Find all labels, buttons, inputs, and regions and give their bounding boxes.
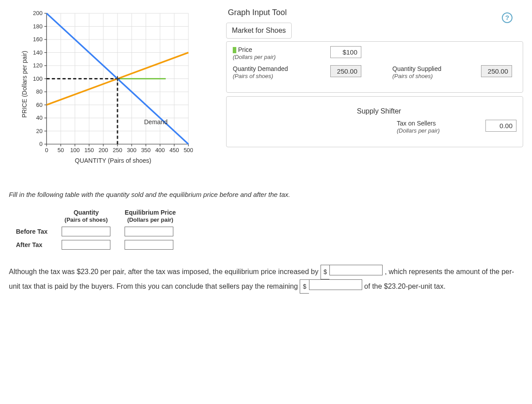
x-axis-label: QUANTITY (Pairs of shoes) [33, 157, 193, 164]
chart-svg[interactable]: 0501001502002503003504004505000204060801… [33, 9, 193, 155]
svg-text:400: 400 [155, 147, 165, 153]
row-after-label: After Tax [9, 238, 55, 251]
row-before-label: Before Tax [9, 225, 55, 238]
svg-text:200: 200 [33, 10, 43, 16]
col-quantity-head: Quantity(Pairs of shoes) [55, 207, 117, 225]
svg-text:180: 180 [33, 23, 43, 30]
help-icon[interactable]: ? [502, 12, 512, 23]
qd-value: 250.00 [330, 65, 361, 77]
svg-text:140: 140 [33, 49, 43, 56]
svg-text:50: 50 [58, 147, 64, 153]
svg-text:200: 200 [98, 147, 108, 153]
conclusion-paragraph: Although the tax was $23.20 per pair, af… [9, 265, 523, 294]
before-quantity-input[interactable] [62, 227, 110, 236]
table-row: After Tax [9, 238, 183, 251]
y-axis-label: PRICE (Dollars per pair) [21, 51, 28, 118]
svg-text:450: 450 [169, 147, 179, 153]
tool-subheader: Market for Shoes [226, 23, 292, 39]
price-input[interactable]: $100 [330, 46, 361, 58]
svg-text:500: 500 [184, 147, 193, 153]
tax-label: Tax on Sellers (Dollars per pair) [397, 120, 440, 134]
buyer-burden-input[interactable]: $ [321, 265, 383, 279]
svg-text:250: 250 [113, 147, 122, 153]
svg-text:0: 0 [45, 147, 48, 153]
tool-header: Graph Input Tool [226, 4, 523, 23]
tax-input[interactable]: 0.00 [485, 120, 516, 132]
col-price-head: Equilibrium Price(Dollars per pair) [117, 207, 183, 225]
svg-text:100: 100 [33, 75, 43, 82]
tool-body: Price (Dollars per pair) $100 Quantity D… [226, 41, 523, 93]
after-quantity-input[interactable] [62, 240, 110, 250]
table-row: Before Tax [9, 225, 183, 238]
plot-area[interactable]: 0501001502002503003504004505000204060801… [33, 9, 193, 155]
qs-value: 250.00 [481, 65, 512, 77]
svg-text:40: 40 [36, 114, 43, 121]
seller-burden-input[interactable]: $ [300, 279, 362, 294]
shifter-body: Supply Shifter Tax on Sellers (Dollars p… [226, 96, 523, 147]
shifter-title: Supply Shifter [357, 107, 516, 115]
instructions-text: Fill in the following table with the qua… [9, 191, 523, 198]
qd-label: Quantity Demanded (Pairs of shoes) [233, 65, 288, 80]
price-label: Price (Dollars per pair) [233, 46, 276, 61]
svg-text:100: 100 [70, 147, 80, 153]
after-price-input[interactable] [125, 240, 173, 250]
svg-text:Demand: Demand [144, 118, 168, 126]
svg-text:120: 120 [33, 62, 43, 69]
chart-container: PRICE (Dollars per pair) 050100150200250… [9, 4, 208, 164]
svg-text:160: 160 [33, 36, 43, 43]
svg-text:20: 20 [36, 128, 43, 134]
qs-label: Quantity Supplied (Pairs of shoes) [392, 65, 442, 80]
svg-text:300: 300 [127, 147, 137, 153]
svg-text:150: 150 [84, 147, 94, 153]
svg-text:80: 80 [36, 88, 43, 95]
answer-table: Quantity(Pairs of shoes) Equilibrium Pri… [9, 207, 183, 251]
graph-input-tool: Graph Input Tool ? Market for Shoes Pric… [226, 4, 523, 147]
svg-text:350: 350 [141, 147, 151, 153]
before-price-input[interactable] [125, 227, 173, 236]
svg-text:0: 0 [39, 141, 43, 147]
svg-text:60: 60 [36, 102, 43, 108]
